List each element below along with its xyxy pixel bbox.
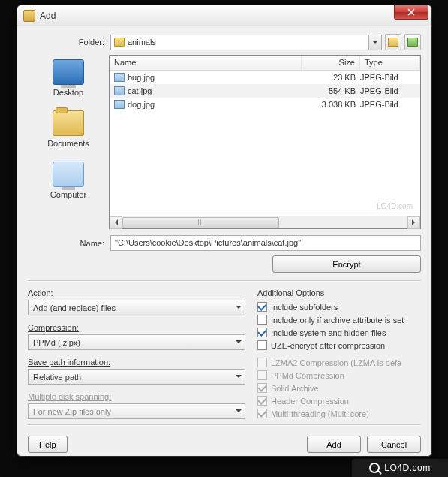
option-checkbox: Solid Archive — [257, 382, 421, 394]
scroll-right-button[interactable] — [407, 216, 420, 229]
option-checkbox: Multi-threading (Multi core) — [257, 407, 421, 420]
option-label: Solid Archive — [271, 384, 319, 393]
option-label: LZMA2 Compression (LZMA is defa — [271, 358, 401, 367]
magnifier-icon — [369, 463, 380, 473]
checkbox-icon — [257, 409, 267, 418]
folder-combobox[interactable]: animals — [110, 35, 382, 50]
option-label: Include only if archive attribute is set — [271, 315, 404, 325]
desktop-icon — [53, 59, 84, 85]
option-label: Header Compression — [271, 397, 349, 406]
option-checkbox: Header Compression — [257, 394, 421, 407]
folder-label: Folder: — [28, 38, 110, 47]
compression-label: Compression: — [28, 323, 245, 332]
new-folder-button[interactable] — [404, 34, 421, 50]
span-value: For new Zip files only — [33, 407, 111, 416]
folder-icon — [114, 38, 125, 47]
scroll-left-button[interactable] — [110, 216, 122, 229]
place-computer[interactable]: Computer — [28, 162, 109, 199]
option-label: Include subfolders — [271, 303, 338, 312]
checkbox-icon — [257, 358, 267, 367]
scroll-thumb[interactable] — [122, 217, 279, 228]
cancel-button[interactable]: Cancel — [367, 436, 421, 453]
option-checkbox[interactable]: Include only if archive attribute is set — [257, 313, 421, 326]
column-size[interactable]: Size — [302, 56, 360, 70]
place-desktop[interactable]: Desktop — [28, 59, 109, 97]
add-button[interactable]: Add — [307, 436, 361, 453]
chevron-down-icon[interactable] — [368, 35, 381, 50]
option-checkbox[interactable]: Include subfolders — [257, 300, 421, 313]
separator — [28, 424, 421, 425]
image-file-icon — [114, 100, 125, 109]
chevron-down-icon — [232, 404, 245, 418]
computer-icon — [53, 162, 84, 187]
file-name: dog.jpg — [128, 100, 306, 109]
span-select: For new Zip files only — [28, 403, 245, 419]
file-size: 3.038 KB — [306, 100, 360, 109]
option-checkbox[interactable]: UZE-encrypt after compression — [257, 339, 421, 352]
option-label: Multi-threading (Multi core) — [271, 409, 369, 418]
scroll-track[interactable] — [122, 217, 407, 228]
image-file-icon — [114, 73, 125, 82]
places-bar: Desktop Documents Computer — [28, 55, 109, 229]
savepath-select[interactable]: Relative path — [28, 369, 245, 385]
action-label: Action: — [28, 288, 245, 297]
compression-value: PPMd (.zipx) — [33, 338, 80, 347]
close-icon — [407, 8, 415, 16]
option-checkbox[interactable]: Include system and hidden files — [257, 326, 421, 339]
chevron-down-icon — [232, 370, 245, 384]
chevron-down-icon — [232, 335, 245, 349]
file-size: 554 KB — [306, 86, 360, 95]
folder-new-icon — [407, 38, 418, 47]
window-title: Add — [40, 11, 56, 21]
checkbox-icon — [257, 328, 267, 337]
checkbox-icon — [257, 370, 267, 380]
action-select[interactable]: Add (and replace) files — [28, 300, 245, 315]
chevron-down-icon — [232, 300, 245, 315]
option-label: UZE-encrypt after compression — [271, 341, 385, 350]
app-icon — [23, 10, 35, 22]
column-type[interactable]: Type — [360, 56, 420, 70]
separator — [28, 280, 421, 281]
action-value: Add (and replace) files — [33, 303, 116, 312]
folder-up-icon — [388, 38, 398, 47]
file-type: JPEG-Bild — [360, 100, 416, 109]
name-label: Name: — [28, 239, 110, 248]
file-list-header: Name Size Type — [110, 56, 420, 71]
horizontal-scrollbar[interactable] — [110, 216, 420, 228]
file-type: JPEG-Bild — [360, 73, 416, 82]
file-row[interactable]: dog.jpg3.038 KBJPEG-Bild — [110, 98, 420, 111]
file-size: 23 KB — [306, 73, 360, 82]
file-name: bug.jpg — [128, 73, 306, 82]
file-row[interactable]: cat.jpg554 KBJPEG-Bild — [110, 84, 420, 98]
file-name: cat.jpg — [128, 86, 306, 95]
checkbox-icon — [257, 315, 267, 325]
option-checkbox: LZMA2 Compression (LZMA is defa — [257, 356, 421, 369]
documents-icon — [53, 110, 84, 136]
savepath-value: Relative path — [33, 373, 81, 382]
up-folder-button[interactable] — [385, 34, 401, 50]
checkbox-icon — [257, 383, 267, 393]
savepath-label: Save path information: — [28, 358, 245, 367]
brand-text: LO4D.com — [384, 463, 430, 473]
file-list[interactable]: Name Size Type bug.jpg23 KBJPEG-Bildcat.… — [109, 55, 421, 229]
name-input[interactable]: "C:\Users\cookie\Desktop\Pictures\animal… — [110, 235, 421, 251]
option-checkbox: PPMd Compression — [257, 369, 421, 382]
additional-options-title: Additional Options — [257, 288, 421, 297]
add-dialog-window: Add Folder: animals Desktop — [17, 5, 432, 457]
brand-footer: LO4D.com — [352, 459, 448, 477]
option-label: PPMd Compression — [271, 371, 344, 380]
checkbox-icon — [257, 302, 267, 312]
encrypt-button[interactable]: Encrypt — [272, 255, 421, 273]
compression-select[interactable]: PPMd (.zipx) — [28, 334, 245, 350]
span-label: Multiple disk spanning: — [28, 392, 245, 401]
column-name[interactable]: Name — [110, 56, 302, 70]
place-documents[interactable]: Documents — [28, 110, 109, 148]
file-type: JPEG-Bild — [360, 86, 416, 95]
checkbox-icon — [257, 340, 267, 350]
help-button[interactable]: Help — [28, 436, 68, 453]
titlebar: Add — [17, 5, 431, 26]
file-row[interactable]: bug.jpg23 KBJPEG-Bild — [110, 71, 420, 84]
place-label: Desktop — [28, 88, 109, 97]
close-button[interactable] — [394, 5, 428, 20]
place-label: Computer — [28, 190, 109, 199]
